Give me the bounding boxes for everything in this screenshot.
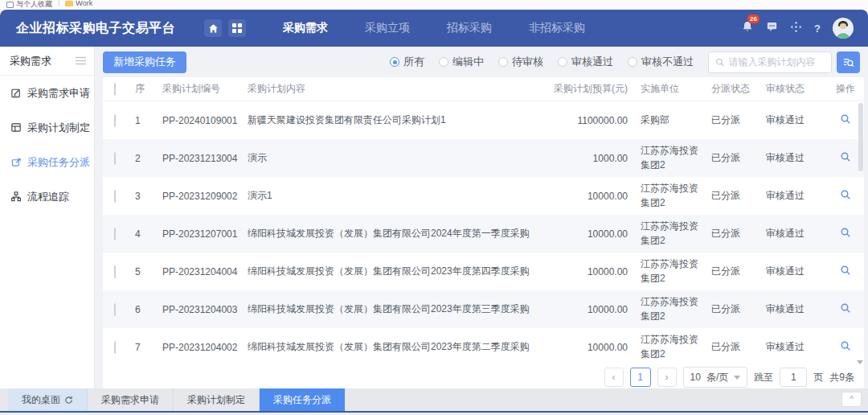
sidebar-menu: 采购需求申请采购计划制定采购任务分派流程追踪 <box>0 76 94 214</box>
status-radio[interactable]: 审核不通过 <box>628 55 694 69</box>
sidebar-item-label: 采购任务分派 <box>27 155 90 170</box>
bottom-tab[interactable]: 采购需求申请 <box>88 388 174 411</box>
row-checkbox[interactable] <box>114 303 116 316</box>
nav-menu-item[interactable]: 招标采购 <box>447 21 492 35</box>
cell-plan-budget: 10000.00 <box>541 228 628 240</box>
cell-plan-content: 绵阳科技城发展投资（发展）集团有限公司2023年度第二季度采购 <box>248 340 541 354</box>
bottom-tab-bar: 我的桌面采购需求申请采购计划制定采购任务分派 ^ <box>0 388 868 411</box>
status-radio[interactable]: 审核通过 <box>558 55 613 69</box>
sidebar-item[interactable]: 采购需求申请 <box>0 76 94 110</box>
view-detail-icon[interactable] <box>840 113 851 125</box>
messages-button[interactable] <box>766 21 778 36</box>
radio-icon <box>558 57 567 67</box>
search-input[interactable] <box>728 56 825 68</box>
home-button[interactable] <box>204 19 222 37</box>
col-header-seq: 序 <box>135 82 162 96</box>
row-checkbox[interactable] <box>114 114 116 127</box>
jump-page-input[interactable] <box>780 368 807 387</box>
sidebar-item-label: 流程追踪 <box>27 190 69 204</box>
cell-dispatch-status: 已分派 <box>703 227 761 240</box>
scrollbar-down-arrow-icon[interactable] <box>857 360 863 364</box>
view-detail-icon[interactable] <box>840 189 851 200</box>
user-avatar[interactable] <box>833 18 854 39</box>
cell-seq: 6 <box>135 304 162 315</box>
bottom-tab-label: 采购需求申请 <box>101 393 159 407</box>
cell-implement-unit: 江苏苏海投资集团2 <box>628 333 703 361</box>
avatar-face <box>840 23 846 29</box>
bookmark-item[interactable]: 与个人收藏 <box>6 0 52 10</box>
nav-menu-item[interactable]: 采购立项 <box>365 21 410 35</box>
fullscreen-button[interactable] <box>790 21 802 36</box>
table-row: 4PP-20231207001绵阳科技城发展投资（发展）集团有限公司2024年度… <box>103 215 864 253</box>
search-box[interactable] <box>708 51 832 73</box>
bookmark-folder[interactable]: Work <box>65 0 92 7</box>
hamburger-icon[interactable] <box>76 56 86 65</box>
nav-right-tools: 26 ? <box>741 18 854 39</box>
cell-dispatch-status: 已分派 <box>703 189 761 203</box>
bottom-tab[interactable]: 采购计划制定 <box>174 388 260 411</box>
apps-grid-button[interactable] <box>228 19 246 37</box>
page-size-select[interactable]: 10 条/页 <box>683 367 748 388</box>
view-detail-icon[interactable] <box>840 302 851 314</box>
cell-implement-unit: 采购部 <box>628 113 703 127</box>
nav-menu-item[interactable]: 采购需求 <box>283 21 328 35</box>
row-checkbox[interactable] <box>114 265 116 278</box>
cell-plan-code: PP-20231204003 <box>162 304 248 315</box>
cell-seq: 7 <box>135 342 162 353</box>
row-checkbox[interactable] <box>114 190 116 203</box>
new-task-button[interactable]: 新增采购任务 <box>103 51 186 73</box>
app-title: 企业招标采购电子交易平台 <box>16 20 175 37</box>
bottom-tab[interactable]: 采购任务分派 <box>260 388 345 411</box>
bottom-tab-label: 我的桌面 <box>22 393 60 407</box>
view-detail-icon[interactable] <box>840 227 851 238</box>
status-filter-group: 所有编辑中待审核审核通过审核不通过 <box>390 55 694 69</box>
home-icon <box>208 23 219 34</box>
nav-icon-buttons <box>204 19 246 37</box>
window-bottom-edge <box>0 411 868 415</box>
table-scrollbar-track <box>857 103 863 363</box>
cell-audit-status: 审核通过 <box>761 227 827 240</box>
table-body: 1PP-20240109001新疆天聚建设投资集团有限责任公司采购计划11100… <box>103 101 864 366</box>
message-icon <box>766 21 778 33</box>
cell-plan-content: 绵阳科技城发展投资（发展）集团有限公司2023年度第四季度采购 <box>248 265 541 278</box>
view-detail-icon[interactable] <box>840 340 851 351</box>
row-checkbox[interactable] <box>114 152 116 165</box>
table-scrollbar[interactable] <box>858 103 863 171</box>
table-icon <box>10 121 22 134</box>
sidebar-item[interactable]: 采购任务分派 <box>0 145 94 179</box>
bottom-tab[interactable]: 我的桌面 <box>8 388 88 411</box>
search-icon <box>715 57 724 68</box>
advanced-search-button[interactable] <box>837 51 860 73</box>
cell-implement-unit: 江苏苏海投资集团2 <box>628 182 703 210</box>
help-button[interactable]: ? <box>814 23 821 35</box>
refresh-icon <box>64 396 73 405</box>
status-radio[interactable]: 所有 <box>390 55 424 69</box>
select-all-checkbox[interactable] <box>114 83 116 96</box>
prev-page-button[interactable]: ‹ <box>604 368 624 387</box>
collapse-tabs-button[interactable]: ^ <box>841 392 862 407</box>
cell-plan-content: 演示1 <box>248 189 541 203</box>
bottom-tab-label: 采购计划制定 <box>187 393 245 407</box>
next-page-button[interactable]: › <box>657 368 677 387</box>
sidebar: 采购需求 采购需求申请采购计划制定采购任务分派流程追踪 <box>0 47 95 388</box>
pagination: ‹ 1 › 10 条/页 跳至 页 共9条 <box>103 366 864 388</box>
status-radio[interactable]: 待审核 <box>498 55 543 69</box>
col-header-plan-code: 采购计划编号 <box>162 82 248 96</box>
sidebar-item[interactable]: 采购计划制定 <box>0 110 94 145</box>
view-detail-icon[interactable] <box>840 151 851 162</box>
table-row: 3PP-20231209002演示110000.00江苏苏海投资集团2已分派审核… <box>103 177 864 215</box>
current-page-button[interactable]: 1 <box>630 368 651 387</box>
sidebar-item[interactable]: 流程追踪 <box>0 179 94 214</box>
radio-icon <box>628 57 637 67</box>
nav-menu-item[interactable]: 非招标采购 <box>529 21 585 35</box>
radio-icon <box>439 57 448 67</box>
row-checkbox[interactable] <box>114 228 116 240</box>
table-row: 1PP-20240109001新疆天聚建设投资集团有限责任公司采购计划11100… <box>103 101 864 139</box>
table-row: 6PP-20231204003绵阳科技城发展投资（发展）集团有限公司2023年度… <box>103 290 864 328</box>
folder-icon <box>65 1 73 6</box>
view-detail-icon[interactable] <box>840 265 851 276</box>
nav-menu: 采购需求采购立项招标采购非招标采购 <box>283 21 585 35</box>
notifications-button[interactable]: 26 <box>741 20 754 36</box>
status-radio[interactable]: 编辑中 <box>439 55 484 69</box>
row-checkbox[interactable] <box>114 341 116 354</box>
